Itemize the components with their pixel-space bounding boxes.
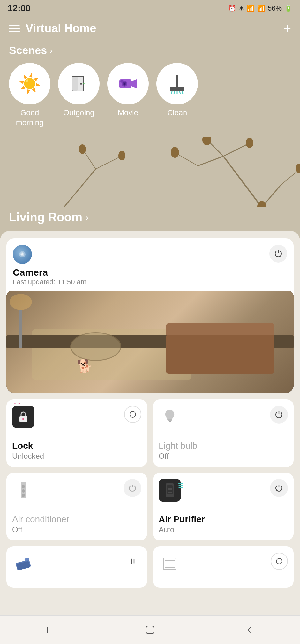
svg-point-3 xyxy=(80,83,82,85)
wifi-icon: 📶 xyxy=(247,4,255,12)
lightbulb-icon-wrap xyxy=(159,406,181,428)
robot-card[interactable] xyxy=(6,546,147,588)
svg-rect-69 xyxy=(146,626,154,634)
scene-outgoing-label: Outgoing xyxy=(63,108,94,118)
camera-card-header xyxy=(13,245,287,264)
camera-feed[interactable]: 🐕 xyxy=(6,291,294,393)
scene-clean-label: Clean xyxy=(167,108,187,118)
bluetooth-icon: ✶ xyxy=(239,4,244,12)
hero-background xyxy=(0,137,300,207)
airpurifier-card[interactable]: Air Purifier Auto xyxy=(153,473,294,540)
svg-rect-12 xyxy=(170,87,184,91)
airpurifier-device-name: Air Purifier xyxy=(159,514,288,525)
scene-outgoing-icon xyxy=(58,63,100,104)
robot-pause-button[interactable] xyxy=(124,553,141,570)
home-circle-icon xyxy=(145,625,155,635)
ac-power-button[interactable] xyxy=(124,479,141,497)
svg-line-16 xyxy=(180,91,180,94)
list-device-icon xyxy=(159,553,181,575)
camera-room-scene: 🐕 xyxy=(6,291,294,393)
svg-rect-60 xyxy=(163,558,176,570)
lock-card-header: ⌒● xyxy=(12,406,141,428)
svg-line-20 xyxy=(223,143,249,156)
scene-good-morning-icon: ☀️ xyxy=(9,63,50,104)
lightbulb-device-name: Light bulb xyxy=(159,441,288,451)
airpurifier-icon-wrap xyxy=(159,479,181,502)
list-circle-icon xyxy=(275,557,283,565)
scenes-chevron-icon[interactable]: › xyxy=(49,46,52,56)
svg-point-34 xyxy=(118,151,125,160)
lock-toggle-button[interactable] xyxy=(124,406,141,423)
scene-outgoing[interactable]: Outgoing xyxy=(58,63,100,127)
svg-point-33 xyxy=(79,144,86,154)
devices-row-1: ⌒● Lock Unlocked xyxy=(6,399,294,467)
camera-last-updated: Last updated: 11:50 am xyxy=(13,278,287,286)
back-chevron-icon xyxy=(245,625,255,635)
lightbulb-power-button[interactable] xyxy=(270,406,288,424)
svg-point-9 xyxy=(120,80,124,83)
lock-device-icon xyxy=(12,406,34,428)
status-time: 12:00 xyxy=(8,3,31,13)
svg-marker-10 xyxy=(131,79,137,88)
svg-point-28 xyxy=(296,164,300,173)
scenes-row: ☀️ Goodmorning Outgoing xyxy=(0,63,300,137)
ac-card[interactable]: Air conditioner Off xyxy=(6,473,147,540)
ac-device-status: Off xyxy=(12,525,141,534)
list-card[interactable] xyxy=(153,546,294,588)
back-button[interactable] xyxy=(237,620,263,640)
signal-icon: 📶 xyxy=(257,4,265,12)
camera-card: Camera Last updated: 11:50 am 🐕 xyxy=(6,238,294,393)
lock-card[interactable]: ⌒● Lock Unlocked xyxy=(6,399,147,467)
scene-movie-label: Movie xyxy=(118,108,138,118)
svg-line-22 xyxy=(176,153,198,166)
robot-card-header xyxy=(12,553,141,575)
camera-device-icon xyxy=(13,245,32,264)
airpurifier-svg-icon xyxy=(164,483,175,498)
room-section-header: Living Room › xyxy=(0,207,300,231)
svg-line-32 xyxy=(96,156,121,169)
svg-point-8 xyxy=(124,83,125,85)
bottom-nav xyxy=(0,615,300,644)
dog-decoration: 🐕 xyxy=(77,359,93,374)
svg-rect-43 xyxy=(169,421,171,422)
room-title: Living Room xyxy=(9,211,82,224)
svg-point-45 xyxy=(22,485,25,488)
scene-good-morning[interactable]: ☀️ Goodmorning xyxy=(9,63,50,127)
battery-icon: 🔋 xyxy=(284,4,292,12)
svg-line-30 xyxy=(64,169,96,207)
svg-line-17 xyxy=(182,91,183,94)
list-card-header xyxy=(159,553,288,575)
lightbulb-svg-icon xyxy=(163,409,177,425)
lock-device-status: Unlocked xyxy=(12,452,141,461)
svg-rect-11 xyxy=(176,75,178,88)
scene-clean[interactable]: Clean xyxy=(156,63,198,127)
list-toggle-button[interactable] xyxy=(271,553,288,570)
top-nav: Virtual Home + xyxy=(0,16,300,41)
svg-point-25 xyxy=(202,137,211,145)
svg-point-46 xyxy=(22,489,25,493)
door-svg-icon xyxy=(69,74,88,93)
ac-icon-wrap xyxy=(12,479,34,502)
lightbulb-device-status: Off xyxy=(159,452,288,461)
svg-point-29 xyxy=(257,201,266,207)
sun-icon: ☀️ xyxy=(19,73,41,94)
room-chevron-icon[interactable]: › xyxy=(86,212,89,223)
airpurifier-device-status: Auto xyxy=(159,525,288,534)
lightbulb-card[interactable]: Light bulb Off xyxy=(153,399,294,467)
recent-apps-button[interactable] xyxy=(37,620,63,640)
scene-movie[interactable]: Movie xyxy=(107,63,149,127)
battery-level: 56% xyxy=(268,4,282,12)
add-button[interactable]: + xyxy=(284,22,291,35)
svg-point-37 xyxy=(21,253,23,255)
svg-point-65 xyxy=(276,558,282,564)
scene-movie-icon xyxy=(107,63,149,104)
movie-svg-icon xyxy=(118,75,138,92)
camera-power-button[interactable] xyxy=(269,245,287,263)
home-button[interactable] xyxy=(137,620,163,640)
hamburger-menu[interactable] xyxy=(9,25,20,32)
scenes-title: Scenes xyxy=(9,44,47,57)
airpurifier-card-header xyxy=(159,479,288,502)
alarm-icon: ⏰ xyxy=(228,4,236,12)
power-svg-icon xyxy=(274,249,282,258)
airpurifier-power-button[interactable] xyxy=(270,479,288,497)
